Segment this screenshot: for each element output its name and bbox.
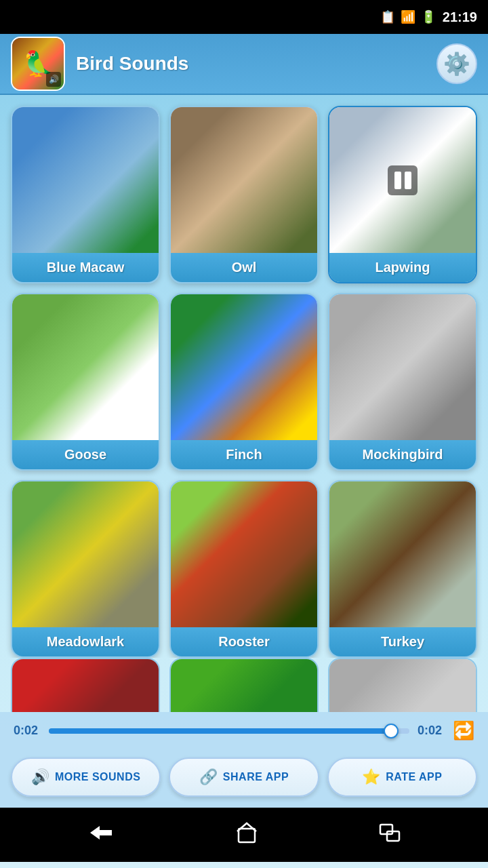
status-time: 21:19 bbox=[443, 9, 477, 25]
more-sounds-button[interactable]: 🔊 MORE SOUNDS bbox=[11, 757, 161, 797]
bird-card-mockingbird[interactable]: Mockingbird bbox=[328, 293, 477, 471]
bird-card-meadowlark[interactable]: Meadowlark bbox=[11, 480, 160, 658]
file-icon: 📋 bbox=[380, 9, 395, 24]
partial-image-partial2 bbox=[171, 659, 317, 712]
star-btn-icon: ⭐ bbox=[362, 768, 380, 786]
status-bar: 📋 📶 🔋 21:19 bbox=[0, 0, 488, 34]
bird-card-goose[interactable]: Goose bbox=[11, 293, 160, 471]
rate-app-button[interactable]: ⭐ RATE APP bbox=[327, 757, 477, 797]
progress-fill bbox=[49, 728, 391, 734]
bird-label-finch: Finch bbox=[171, 440, 317, 469]
progress-track[interactable] bbox=[49, 728, 409, 734]
bird-image-meadowlark bbox=[12, 481, 159, 627]
bird-image-turkey bbox=[329, 481, 476, 627]
bird-label-goose: Goose bbox=[12, 440, 159, 469]
progress-thumb bbox=[384, 724, 399, 738]
speaker-icon: 🔊 bbox=[46, 72, 61, 87]
nav-bar bbox=[0, 808, 488, 862]
bird-image-goose bbox=[12, 294, 159, 440]
partial-card-partial2[interactable] bbox=[169, 658, 319, 712]
bird-card-blue-macaw[interactable]: Blue Macaw bbox=[11, 106, 160, 283]
bird-label-owl: Owl bbox=[171, 253, 317, 282]
home-button[interactable] bbox=[236, 822, 258, 848]
bird-card-rooster[interactable]: Rooster bbox=[169, 480, 319, 658]
app-icon[interactable]: 🦜 🔊 bbox=[11, 37, 65, 91]
app-header: 🦜 🔊 Bird Sounds ⚙️ bbox=[0, 34, 488, 95]
more-sounds-label: MORE SOUNDS bbox=[55, 771, 140, 783]
bird-image-finch bbox=[171, 294, 317, 440]
share-app-label: SHARE APP bbox=[223, 771, 289, 783]
speaker-btn-icon: 🔊 bbox=[31, 768, 49, 786]
pause-overlay bbox=[388, 165, 418, 195]
partial-image-partial1 bbox=[12, 659, 159, 712]
signal-icon: 📶 bbox=[401, 9, 415, 24]
share-app-button[interactable]: 🔗 SHARE APP bbox=[169, 757, 319, 797]
bird-label-blue-macaw: Blue Macaw bbox=[12, 253, 159, 282]
bird-label-lapwing: Lapwing bbox=[329, 253, 476, 282]
bird-label-mockingbird: Mockingbird bbox=[329, 440, 476, 469]
repeat-button[interactable]: 🔁 bbox=[453, 720, 474, 741]
bird-image-owl bbox=[171, 107, 317, 253]
gear-icon: ⚙️ bbox=[443, 51, 470, 77]
partial-image-partial3 bbox=[329, 659, 476, 712]
bird-card-owl[interactable]: Owl bbox=[169, 106, 319, 283]
bird-card-turkey[interactable]: Turkey bbox=[328, 480, 477, 658]
bird-label-turkey: Turkey bbox=[329, 627, 476, 656]
total-time: 0:02 bbox=[418, 724, 445, 738]
player-bar: 0:02 0:02 🔁 bbox=[0, 712, 488, 749]
bird-label-meadowlark: Meadowlark bbox=[12, 627, 159, 656]
back-button[interactable] bbox=[87, 823, 115, 847]
partial-row bbox=[0, 658, 488, 712]
bird-image-mockingbird bbox=[329, 294, 476, 440]
bird-card-finch[interactable]: Finch bbox=[169, 293, 319, 471]
partial-card-partial3[interactable] bbox=[328, 658, 477, 712]
recents-button[interactable] bbox=[379, 823, 401, 847]
current-time: 0:02 bbox=[14, 724, 41, 738]
app-title: Bird Sounds bbox=[76, 53, 436, 75]
battery-icon: 🔋 bbox=[421, 9, 436, 24]
bird-card-lapwing[interactable]: Lapwing bbox=[328, 106, 477, 283]
bird-image-blue-macaw bbox=[12, 107, 159, 253]
settings-button[interactable]: ⚙️ bbox=[436, 43, 477, 84]
bird-grid: Blue MacawOwlLapwingGooseFinchMockingbir… bbox=[0, 95, 488, 658]
bottom-buttons: 🔊 MORE SOUNDS 🔗 SHARE APP ⭐ RATE APP bbox=[0, 749, 488, 808]
partial-card-partial1[interactable] bbox=[11, 658, 160, 712]
svg-rect-0 bbox=[239, 829, 255, 842]
bird-image-lapwing bbox=[329, 107, 476, 253]
bird-label-rooster: Rooster bbox=[171, 627, 317, 656]
bird-image-rooster bbox=[171, 481, 317, 627]
share-btn-icon: 🔗 bbox=[199, 768, 218, 786]
rate-app-label: RATE APP bbox=[386, 771, 442, 783]
status-icons: 📋 📶 🔋 bbox=[380, 9, 436, 24]
